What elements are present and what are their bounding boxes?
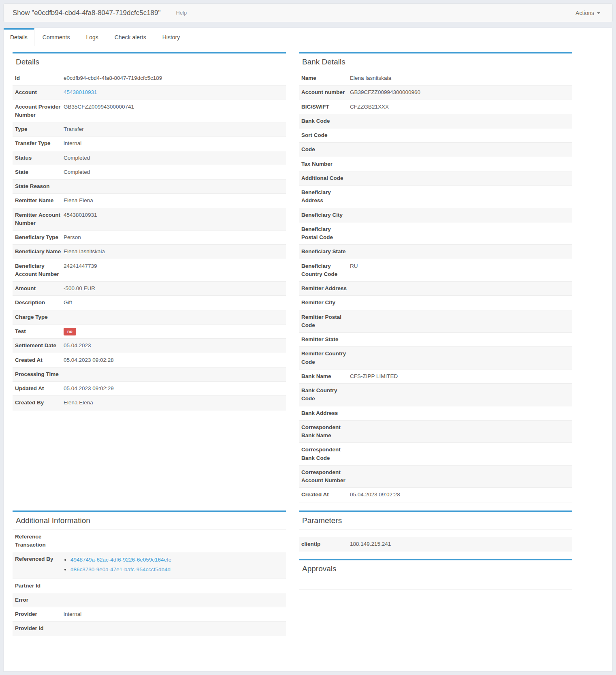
attribute-label: Amount <box>13 282 61 295</box>
attribute-value <box>350 310 572 316</box>
attribute-row: Beneficiary State <box>299 245 572 259</box>
attribute-value <box>350 466 572 471</box>
tab-comments[interactable]: Comments <box>34 28 78 46</box>
attribute-label: Account Provider Number <box>13 100 61 122</box>
attribute-value <box>350 186 572 191</box>
attribute-row: NameElena Iasnitskaia <box>299 71 572 85</box>
attribute-label: Beneficiary State <box>299 245 347 258</box>
attribute-label: Beneficiary Address <box>299 186 347 208</box>
attribute-row: Correspondent Bank Code <box>299 443 572 466</box>
attribute-label: Remitter Address <box>299 282 347 295</box>
attribute-value: 05.04.2023 09:02:28 <box>350 488 572 502</box>
attribute-value <box>350 143 572 148</box>
attribute-label: Referenced By <box>13 552 61 566</box>
attribute-value: 24241447739 <box>64 259 286 273</box>
list-item: d86c3730-9e0a-47e1-bafc-954cccf5db4d <box>70 566 282 574</box>
right-column: Bank Details NameElena IasnitskaiaAccoun… <box>299 52 572 502</box>
attribute-row: Beneficiary TypePerson <box>13 231 286 245</box>
attribute-value <box>350 245 572 250</box>
panel-title: Approvals <box>299 560 572 578</box>
tab-check-alerts[interactable]: Check alerts <box>107 28 154 46</box>
attribute-row: Account45438010931 <box>13 85 286 100</box>
panel-details: Details Ide0cdfb94-cbd4-4fa8-8047-719dcf… <box>13 52 286 410</box>
tab-logs[interactable]: Logs <box>78 28 106 46</box>
attribute-row: Account numberGB39CFZZ00994300000960 <box>299 85 572 100</box>
details-rows: Ide0cdfb94-cbd4-4fa8-8047-719dcfc5c189Ac… <box>13 71 286 410</box>
attribute-value <box>350 114 572 120</box>
attribute-label: State <box>13 165 61 179</box>
page: Show "e0cdfb94-cbd4-4fa8-8047-719dcfc5c1… <box>0 0 616 672</box>
attribute-label: Remitter Country Code <box>299 347 347 369</box>
attribute-label: Partner Id <box>13 579 61 593</box>
attribute-value: 05.04.2023 <box>64 339 286 352</box>
attribute-label: Bank Country Code <box>299 384 347 406</box>
attribute-value: GB35CFZZ00994300000741 <box>64 100 286 114</box>
additional-information-rows: Reference TransactionReferenced By494874… <box>13 530 286 636</box>
account-link[interactable]: 45438010931 <box>64 89 97 95</box>
attribute-row: Remitter State <box>299 333 572 347</box>
attribute-row: Settlement Date05.04.2023 <box>13 339 286 353</box>
list-item: 4948749a-62ac-4df6-9226-6e059c164efe <box>70 556 282 564</box>
attribute-value: Elena Iasnitskaia <box>64 245 286 258</box>
attribute-label: Charge Type <box>13 310 61 324</box>
page-title: Show "e0cdfb94-cbd4-4fa8-8047-719dcfc5c1… <box>13 9 161 17</box>
attribute-value <box>64 367 286 373</box>
help-link[interactable]: Help <box>176 10 187 16</box>
attribute-label: Provider Id <box>13 622 61 635</box>
attribute-value <box>64 530 286 536</box>
actions-dropdown[interactable]: Actions <box>576 10 600 16</box>
attribute-label: Remitter Name <box>13 194 61 207</box>
attribute-value <box>350 157 572 163</box>
panel-title: Details <box>13 53 286 71</box>
attribute-value: 4948749a-62ac-4df6-9226-6e059c164efed86c… <box>64 552 286 579</box>
attribute-label: Account <box>13 85 61 99</box>
right-column-bottom: Parameters clientIp188.149.215.241 Appro… <box>299 511 572 636</box>
attribute-label: Settlement Date <box>13 339 61 352</box>
attribute-value <box>64 593 286 599</box>
main-content-card: DetailsCommentsLogsCheck alertsHistory D… <box>3 28 613 672</box>
attribute-label: Status <box>13 151 61 165</box>
attribute-label: Error <box>13 593 61 607</box>
attribute-value: Gift <box>64 296 286 310</box>
attribute-value: no <box>64 325 286 339</box>
attribute-row: Tax Number <box>299 157 572 171</box>
attribute-row: Testno <box>13 325 286 339</box>
attribute-value: Elena Elena <box>64 396 286 410</box>
tab-details[interactable]: Details <box>4 28 34 46</box>
attribute-label: Id <box>13 71 61 85</box>
attribute-value <box>350 296 572 301</box>
attribute-label: Additional Code <box>299 171 347 185</box>
attribute-row: Remitter Account Number45438010931 <box>13 208 286 231</box>
attribute-value: 05.04.2023 09:02:29 <box>64 382 286 395</box>
attribute-label: Code <box>299 143 347 156</box>
panel-bank-details: Bank Details NameElena IasnitskaiaAccoun… <box>299 52 572 502</box>
attribute-row: Providerinternal <box>13 607 286 622</box>
attribute-row: DescriptionGift <box>13 296 286 310</box>
attribute-row: Additional Code <box>299 171 572 186</box>
attribute-row: TypeTransfer <box>13 122 286 137</box>
attribute-value <box>350 406 572 412</box>
attribute-value <box>350 333 572 338</box>
attribute-value <box>350 421 572 426</box>
reference-link[interactable]: d86c3730-9e0a-47e1-bafc-954cccf5db4d <box>70 566 171 572</box>
attribute-label: Updated At <box>13 382 61 395</box>
attribute-label: Created At <box>299 488 347 502</box>
reference-link[interactable]: 4948749a-62ac-4df6-9226-6e059c164efe <box>70 557 171 563</box>
attribute-label: Remitter State <box>299 333 347 346</box>
attribute-row: Ide0cdfb94-cbd4-4fa8-8047-719dcfc5c189 <box>13 71 286 85</box>
attribute-row: Remitter Postal Code <box>299 310 572 333</box>
attribute-row: State Reason <box>13 179 286 194</box>
attribute-label: Sort Code <box>299 128 347 142</box>
attribute-row: Reference Transaction <box>13 530 286 553</box>
attribute-label: Processing Time <box>13 367 61 381</box>
bank-details-rows: NameElena IasnitskaiaAccount numberGB39C… <box>299 71 572 502</box>
attribute-label: Beneficiary Account Number <box>13 259 61 282</box>
attribute-label: Name <box>299 71 347 85</box>
tab-history[interactable]: History <box>154 28 188 46</box>
attribute-row: Bank NameCFS-ZIPP LIMITED <box>299 370 572 384</box>
attribute-row: Updated At05.04.2023 09:02:29 <box>13 382 286 396</box>
attribute-value: 05.04.2023 09:02:28 <box>64 353 286 367</box>
actions-label: Actions <box>576 10 594 16</box>
attribute-row: clientIp188.149.215.241 <box>299 537 572 551</box>
attribute-value: CFS-ZIPP LIMITED <box>350 370 572 383</box>
